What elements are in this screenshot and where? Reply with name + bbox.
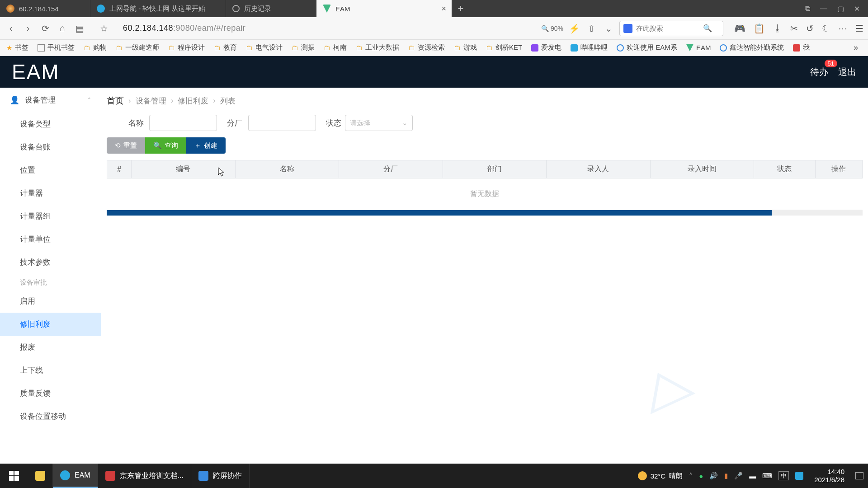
bookmark-item[interactable]: 🗀资源检索: [406, 42, 447, 53]
horizontal-scrollbar[interactable]: [107, 210, 863, 216]
bookmark-item[interactable]: EAM: [684, 43, 713, 52]
menu-icon[interactable]: ☰: [855, 23, 863, 34]
create-button[interactable]: ＋创建: [186, 137, 226, 154]
bookmark-item[interactable]: 🗀一级建造师: [114, 42, 161, 53]
breadcrumb-item[interactable]: 设备管理: [136, 96, 166, 106]
more-icon[interactable]: ⋯: [838, 23, 847, 34]
bookmark-item[interactable]: 鑫达智能外勤系统: [718, 42, 786, 53]
battery-icon[interactable]: ▬: [749, 472, 756, 480]
filter-status-select[interactable]: 请选择 ⌄: [345, 115, 413, 131]
bookmark-item[interactable]: 手机书签: [36, 42, 76, 53]
weather-widget[interactable]: 32°C 晴朗: [638, 471, 683, 480]
bookmark-item[interactable]: 🗀工业大数据: [354, 42, 401, 53]
sidebar-item-ledger[interactable]: 设备台账: [0, 136, 101, 159]
flash-icon[interactable]: ⚡: [568, 23, 580, 34]
bookmark-item[interactable]: ★书签: [5, 42, 30, 53]
reader-icon[interactable]: ▤: [73, 23, 86, 34]
bookmarks-overflow-icon[interactable]: »: [848, 43, 863, 52]
taskbar-clock[interactable]: 14:40 2021/6/28: [810, 468, 849, 484]
address-bar[interactable]: 60.2.184.148:9080/eam/#/repair: [123, 23, 245, 33]
pin-icon[interactable]: ⧉: [805, 5, 810, 13]
game-icon[interactable]: 🎮: [734, 23, 745, 34]
reset-button[interactable]: ⟲重置: [107, 137, 145, 154]
search-icon[interactable]: 🔍: [703, 24, 712, 33]
window-maximize-icon[interactable]: ▢: [837, 5, 844, 13]
browser-tab-2[interactable]: 历史记录: [226, 0, 316, 17]
bookmark-item[interactable]: 🗀电气设计: [244, 42, 284, 53]
bookmark-item[interactable]: 🗀测振: [290, 42, 316, 53]
bookmark-item[interactable]: 🗀柯南: [322, 42, 349, 53]
new-tab-button[interactable]: +: [452, 3, 469, 14]
nav-back-icon[interactable]: ‹: [5, 23, 17, 33]
sidebar-item-metergroup[interactable]: 计量器组: [0, 205, 101, 228]
col-status[interactable]: 状态: [754, 160, 816, 178]
taskbar-app-cast[interactable]: 跨屏协作: [191, 464, 250, 488]
sidebar-item-repair[interactable]: 修旧利废: [0, 313, 101, 336]
col-code[interactable]: 编号: [132, 160, 235, 178]
filter-name-input[interactable]: [149, 115, 217, 131]
sidebar-item-scrap[interactable]: 报废: [0, 336, 101, 359]
bookmark-item[interactable]: 爱发电: [529, 42, 563, 53]
ime-indicator[interactable]: 中: [778, 471, 789, 480]
home-icon[interactable]: ⌂: [56, 23, 69, 33]
zoom-indicator[interactable]: 🔍 90%: [541, 25, 563, 32]
tray-app-icon[interactable]: [795, 472, 803, 480]
chevron-down-icon[interactable]: ⌄: [602, 23, 615, 34]
notifications-icon[interactable]: [855, 472, 863, 479]
col-branch[interactable]: 分厂: [339, 160, 443, 178]
sidebar-item-move[interactable]: 设备位置移动: [0, 405, 101, 428]
star-icon[interactable]: ☆: [98, 23, 110, 34]
query-button[interactable]: 🔍查询: [145, 137, 186, 154]
browser-tab-3[interactable]: EAM ×: [316, 0, 452, 17]
bookmark-item[interactable]: 🗀剑桥KET: [484, 42, 524, 53]
window-minimize-icon[interactable]: —: [820, 5, 827, 13]
taskbar-app-wps[interactable]: 京东管业培训文档...: [98, 464, 191, 488]
bookmark-item[interactable]: 🗀购物: [82, 42, 108, 53]
sidebar-item-meter[interactable]: 计量器: [0, 182, 101, 205]
download-icon[interactable]: ⭳: [773, 23, 782, 33]
share-icon[interactable]: ⇧: [585, 23, 598, 34]
logout-link[interactable]: 退出: [838, 66, 856, 78]
sidebar-item-location[interactable]: 位置: [0, 159, 101, 182]
sidebar-item-type[interactable]: 设备类型: [0, 113, 101, 136]
moon-icon[interactable]: ☾: [822, 23, 830, 34]
filter-branch-input[interactable]: [248, 115, 316, 131]
col-name[interactable]: 名称: [235, 160, 339, 178]
bookmark-item[interactable]: 欢迎使用 EAM系: [615, 42, 679, 53]
tray-icon[interactable]: ▮: [724, 472, 728, 480]
reload-icon[interactable]: ⟳: [39, 23, 52, 34]
tray-chevron-icon[interactable]: ˄: [689, 472, 693, 480]
col-creator[interactable]: 录入人: [547, 160, 650, 178]
search-input[interactable]: [636, 24, 699, 32]
bookmark-item[interactable]: 🗀教育: [212, 42, 239, 53]
start-button[interactable]: [0, 464, 28, 488]
taskbar-explorer[interactable]: [28, 464, 53, 488]
window-close-icon[interactable]: ✕: [854, 5, 860, 13]
col-time[interactable]: 录入时间: [650, 160, 754, 178]
taskbar-app-eam[interactable]: EAM: [53, 464, 98, 488]
scissors-icon[interactable]: ✂: [790, 23, 798, 34]
sidebar-group-device[interactable]: 👤 设备管理 ˄: [0, 88, 101, 113]
breadcrumb-item[interactable]: 修旧利废: [178, 96, 208, 106]
undo-icon[interactable]: ↺: [806, 23, 814, 34]
sidebar-item-techparam[interactable]: 技术参数: [0, 251, 101, 274]
breadcrumb-home[interactable]: 首页: [107, 95, 124, 107]
keyboard-icon[interactable]: ⌨: [762, 472, 772, 480]
browser-tab-0[interactable]: 60.2.184.154: [0, 0, 90, 17]
wechat-icon[interactable]: ●: [699, 472, 703, 480]
tab-close-icon[interactable]: ×: [441, 4, 446, 14]
mic-icon[interactable]: 🎤: [734, 472, 743, 480]
pending-link[interactable]: 待办 51: [810, 66, 828, 78]
sidebar-item-enable[interactable]: 启用: [0, 290, 101, 313]
bookmark-item[interactable]: 我: [791, 42, 811, 53]
volume-icon[interactable]: 🔊: [709, 472, 718, 480]
col-dept[interactable]: 部门: [443, 160, 546, 178]
bookmark-item[interactable]: 🗀游戏: [452, 42, 479, 53]
bookmark-item[interactable]: 哔哩哔哩: [569, 42, 609, 53]
browser-search[interactable]: 🔍: [619, 21, 723, 36]
sidebar-item-online[interactable]: 上下线: [0, 359, 101, 382]
sidebar-item-unit[interactable]: 计量单位: [0, 228, 101, 251]
clipboard-icon[interactable]: 📋: [754, 23, 765, 34]
scrollbar-thumb[interactable]: [107, 210, 772, 216]
sidebar-item-quality[interactable]: 质量反馈: [0, 382, 101, 405]
